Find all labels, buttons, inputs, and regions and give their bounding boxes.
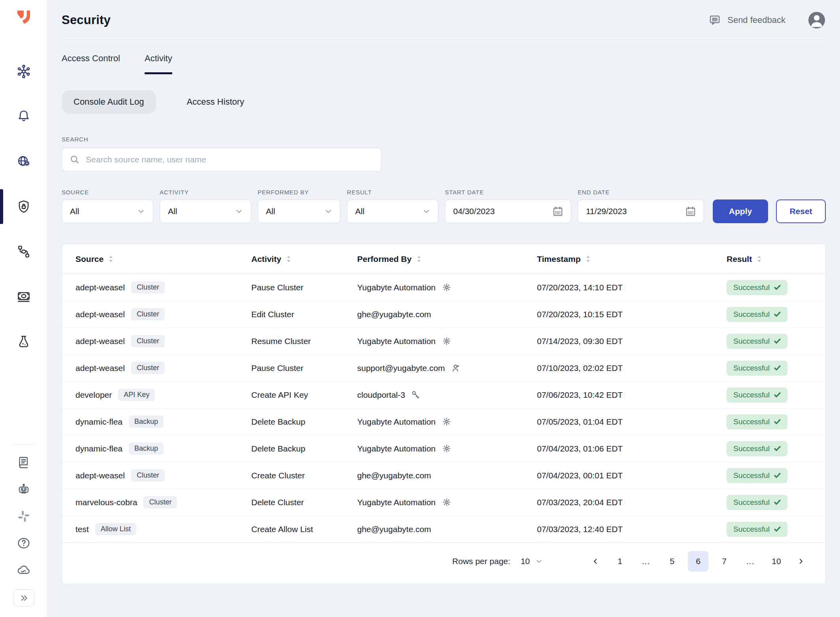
tab-activity[interactable]: Activity [145,53,172,74]
source-cell: adept-weasel Cluster [75,335,251,347]
pagination-page-7[interactable]: 7 [714,551,735,572]
next-page-button[interactable] [792,551,810,572]
chevron-down-icon [136,207,146,216]
rows-per-page-select[interactable]: 10 [521,557,543,566]
main-content: Security Send feedback [47,0,840,617]
table-row[interactable]: adept-weasel Cluster Create Cluster ghe@… [62,462,825,489]
clusters-icon [16,64,31,79]
performed-by-name: ghe@yugabyte.com [357,471,431,480]
source-type-badge: Cluster [131,335,165,347]
pagination-page-5[interactable]: 5 [662,551,682,572]
check-icon [774,526,781,532]
sidebar-item-billing[interactable] [0,289,47,304]
alerts-icon [16,109,31,124]
activity-filter-select[interactable]: All [160,199,251,223]
chevron-down-icon [535,557,543,566]
table-row[interactable]: dynamic-flea Backup Delete Backup Yugaby… [62,435,825,462]
table-row[interactable]: developer API Key Create API Key cloudpo… [62,382,825,408]
table-row[interactable]: adept-weasel Cluster Edit Cluster ghe@yu… [62,301,825,328]
send-feedback-button[interactable]: Send feedback [708,14,785,26]
pagination-page-1[interactable]: 1 [610,551,630,572]
performed-by-filter-select[interactable]: All [258,199,341,223]
sort-icon [586,255,591,263]
automation-icon [441,282,452,293]
result-cell: Successful [727,468,812,483]
cloud-status-icon [16,562,31,577]
sidebar-item-alerts[interactable] [0,109,47,124]
previous-page-button[interactable] [587,551,604,572]
performed-by-cell: Yugabyte Automation [357,416,537,427]
filter-bar: SOURCE All ACTIVITY All PERFORMED BY All [62,189,826,223]
reset-button[interactable]: Reset [776,199,826,223]
table-row[interactable]: adept-weasel Cluster Resume Cluster Yuga… [62,328,825,355]
sort-icon [108,255,113,263]
sidebar-item-copilot[interactable] [0,482,47,497]
performed-by-name: support@yugabyte.com [357,363,445,373]
table-row[interactable]: dynamic-flea Backup Delete Backup Yugaby… [62,408,825,435]
table-row[interactable]: test Allow List Create Allow List ghe@yu… [62,516,825,543]
column-header-result[interactable]: Result [727,254,812,264]
sidebar-item-clusters[interactable] [0,64,47,79]
result-cell: Successful [727,361,812,376]
column-header-performed-by[interactable]: Performed By [357,254,537,264]
timestamp-cell: 07/03/2023, 12:40 EDT [537,525,727,534]
source-filter-label: SOURCE [62,189,153,196]
feedback-chat-icon [708,14,721,26]
search-box[interactable] [62,148,382,171]
rows-per-page-label: Rows per page: [452,557,510,566]
column-header-activity[interactable]: Activity [251,254,357,264]
performed-by-filter-value: All [266,207,275,216]
timestamp-cell: 07/04/2023, 00:01 EDT [537,471,727,480]
end-date-input[interactable]: 11/29/2023 [578,199,704,223]
check-icon [774,472,781,478]
sidebar-item-network[interactable] [0,154,47,169]
sidebar-item-slack[interactable] [0,509,47,524]
sidebar-item-docs[interactable] [0,455,47,470]
chevron-down-icon [324,207,333,216]
result-badge: Successful [727,280,787,295]
result-badge: Successful [727,522,787,537]
timestamp-cell: 07/06/2023, 10:42 EDT [537,390,727,400]
apply-button[interactable]: Apply [713,199,768,223]
source-type-badge: API Key [118,389,155,401]
sidebar [0,0,47,617]
user-avatar[interactable] [808,11,826,29]
column-header-source[interactable]: Source [75,254,251,264]
pagination-page-6[interactable]: 6 [688,551,708,572]
slack-icon [16,509,31,524]
subtab-access-history[interactable]: Access History [175,90,256,114]
search-input[interactable] [86,155,374,164]
pagination-page-10[interactable]: 10 [766,551,787,572]
check-icon [774,499,781,505]
performed-by-cell: Yugabyte Automation [357,282,537,293]
subtab-console-audit-log[interactable]: Console Audit Log [62,90,156,114]
sidebar-item-labs[interactable] [0,334,47,349]
tab-access-control[interactable]: Access Control [62,53,120,74]
table-header-row: Source Activity Performed By Timestamp R… [62,244,825,274]
sidebar-item-collapse[interactable] [0,589,47,607]
table-row[interactable]: adept-weasel Cluster Pause Cluster suppo… [62,355,825,382]
activity-cell: Create Cluster [251,471,357,480]
start-date-input[interactable]: 04/30/2023 [445,199,571,223]
yugabyte-logo[interactable] [14,7,34,27]
sidebar-item-cloud-status[interactable] [0,562,47,577]
end-date-value: 11/29/2023 [586,207,627,216]
sort-icon [757,255,762,263]
activity-cell: Edit Cluster [251,310,357,319]
source-cell: adept-weasel Cluster [75,362,251,374]
activity-cell: Pause Cluster [251,283,357,292]
labs-icon [16,334,31,349]
automation-icon [441,497,452,508]
sidebar-item-help[interactable] [0,536,47,551]
sort-icon [416,255,422,263]
table-row[interactable]: marvelous-cobra Cluster Delete Cluster Y… [62,489,825,516]
source-filter-select[interactable]: All [62,199,153,223]
result-filter-select[interactable]: All [347,199,439,223]
timestamp-cell: 07/04/2023, 01:06 EDT [537,444,727,453]
sidebar-item-integrations[interactable] [0,244,47,259]
source-type-badge: Cluster [131,308,165,320]
table-row[interactable]: adept-weasel Cluster Pause Cluster Yugab… [62,274,825,301]
automation-icon [441,416,452,427]
column-header-timestamp[interactable]: Timestamp [537,254,727,264]
sidebar-item-security[interactable] [0,199,47,214]
